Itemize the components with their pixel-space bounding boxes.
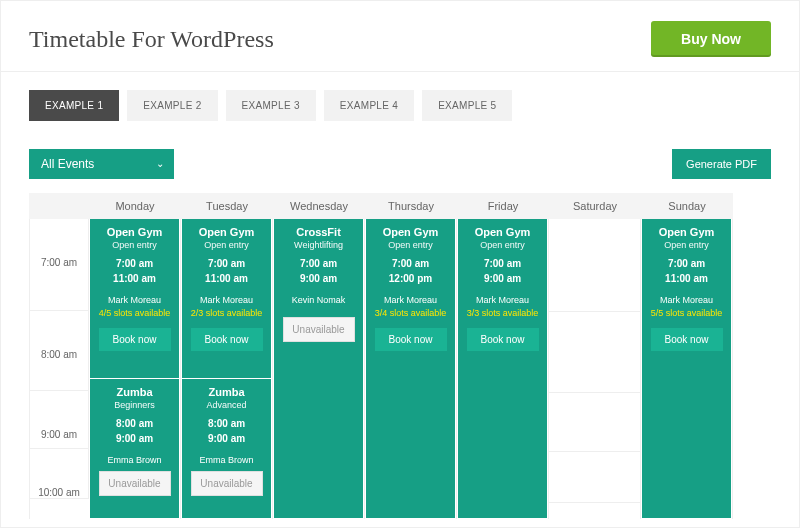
event-availability: 5/5 slots available [651,308,723,318]
event-time-end: 12:00 pm [389,273,432,286]
book-button[interactable]: Book now [375,328,447,351]
book-button[interactable]: Book now [651,328,723,351]
event-title: Zumba [208,386,244,398]
event-mon-zumba[interactable]: Zumba Beginners 8:00 am 9:00 am Emma Bro… [89,379,180,519]
generate-pdf-button[interactable]: Generate PDF [672,149,771,179]
book-button[interactable]: Book now [467,328,539,351]
event-title: Open Gym [199,226,255,238]
event-instructor: Kevin Nomak [292,295,346,305]
event-time-end: 9:00 am [300,273,337,286]
event-title: Open Gym [383,226,439,238]
header-tuesday: Tuesday [181,193,273,219]
event-title: Open Gym [475,226,531,238]
event-title: Open Gym [659,226,715,238]
example-tabs: EXAMPLE 1 EXAMPLE 2 EXAMPLE 3 EXAMPLE 4 … [1,72,799,121]
page: Timetable For WordPress Buy Now EXAMPLE … [0,0,800,528]
event-instructor: Emma Brown [107,455,161,465]
tab-example-1[interactable]: EXAMPLE 1 [29,90,119,121]
event-availability: 4/5 slots available [99,308,171,318]
event-tue-open-gym[interactable]: Open Gym Open entry 7:00 am 11:00 am Mar… [181,219,272,379]
event-fri-open-gym[interactable]: Open Gym Open entry 7:00 am 9:00 am Mark… [457,219,548,519]
time-9am: 9:00 am [30,391,89,449]
tab-example-2[interactable]: EXAMPLE 2 [127,90,217,121]
events-filter-dropdown[interactable]: All Events ⌄ [29,149,174,179]
event-time-end: 9:00 am [116,433,153,446]
event-subtitle: Advanced [206,400,246,410]
book-button[interactable]: Book now [191,328,263,351]
header-sunday: Sunday [641,193,733,219]
header-friday: Friday [457,193,549,219]
event-subtitle: Open entry [664,240,709,250]
header-wednesday: Wednesday [273,193,365,219]
event-time-start: 8:00 am [208,418,245,431]
col-wednesday: CrossFit Weightlifting 7:00 am 9:00 am K… [273,219,365,519]
header-thursday: Thursday [365,193,457,219]
unavailable-button: Unavailable [283,317,355,342]
tab-example-3[interactable]: EXAMPLE 3 [226,90,316,121]
event-instructor: Mark Moreau [476,295,529,305]
event-time-start: 7:00 am [668,258,705,271]
event-availability: 3/3 slots available [467,308,539,318]
event-subtitle: Beginners [114,400,155,410]
time-8am: 8:00 am [30,311,89,391]
event-title: Open Gym [107,226,163,238]
unavailable-button: Unavailable [99,471,171,496]
events-filter-label: All Events [41,157,94,171]
event-wed-crossfit[interactable]: CrossFit Weightlifting 7:00 am 9:00 am K… [273,219,364,519]
event-time-end: 9:00 am [484,273,521,286]
event-time-end: 9:00 am [208,433,245,446]
event-time-end: 11:00 am [665,273,708,286]
event-time-start: 7:00 am [116,258,153,271]
event-subtitle: Weightlifting [294,240,343,250]
header-saturday: Saturday [549,193,641,219]
event-instructor: Mark Moreau [660,295,713,305]
page-title: Timetable For WordPress [29,26,274,53]
event-instructor: Mark Moreau [200,295,253,305]
event-title: CrossFit [296,226,341,238]
time-labels: 7:00 am 8:00 am 9:00 am 10:00 am [29,219,89,519]
controls-row: All Events ⌄ Generate PDF [1,121,799,179]
event-availability: 3/4 slots available [375,308,447,318]
event-time-end: 11:00 am [205,273,248,286]
timetable: Monday Tuesday Wednesday Thursday Friday… [1,179,799,519]
event-time-start: 7:00 am [300,258,337,271]
col-saturday [549,219,641,519]
chevron-down-icon: ⌄ [156,149,164,179]
event-tue-zumba[interactable]: Zumba Advanced 8:00 am 9:00 am Emma Brow… [181,379,272,519]
event-title: Zumba [116,386,152,398]
event-time-start: 8:00 am [116,418,153,431]
col-sunday: Open Gym Open entry 7:00 am 11:00 am Mar… [641,219,733,519]
time-10am: 10:00 am [30,449,89,499]
event-time-start: 7:00 am [484,258,521,271]
event-availability: 2/3 slots available [191,308,263,318]
event-instructor: Mark Moreau [108,295,161,305]
event-time-start: 7:00 am [392,258,429,271]
event-subtitle: Open entry [204,240,249,250]
tab-example-4[interactable]: EXAMPLE 4 [324,90,414,121]
event-instructor: Mark Moreau [384,295,437,305]
event-instructor: Emma Brown [199,455,253,465]
event-subtitle: Open entry [480,240,525,250]
event-time-start: 7:00 am [208,258,245,271]
event-subtitle: Open entry [112,240,157,250]
event-time-end: 11:00 am [113,273,156,286]
event-mon-open-gym[interactable]: Open Gym Open entry 7:00 am 11:00 am Mar… [89,219,180,379]
col-tuesday: Open Gym Open entry 7:00 am 11:00 am Mar… [181,219,273,519]
tab-example-5[interactable]: EXAMPLE 5 [422,90,512,121]
header-empty [29,193,89,219]
col-thursday: Open Gym Open entry 7:00 am 12:00 pm Mar… [365,219,457,519]
book-button[interactable]: Book now [99,328,171,351]
time-7am: 7:00 am [30,219,89,311]
col-friday: Open Gym Open entry 7:00 am 9:00 am Mark… [457,219,549,519]
topbar: Timetable For WordPress Buy Now [1,1,799,72]
col-monday: Open Gym Open entry 7:00 am 11:00 am Mar… [89,219,181,519]
event-subtitle: Open entry [388,240,433,250]
buy-now-button[interactable]: Buy Now [651,21,771,57]
event-thu-open-gym[interactable]: Open Gym Open entry 7:00 am 12:00 pm Mar… [365,219,456,519]
header-monday: Monday [89,193,181,219]
event-sun-open-gym[interactable]: Open Gym Open entry 7:00 am 11:00 am Mar… [641,219,732,519]
unavailable-button: Unavailable [191,471,263,496]
